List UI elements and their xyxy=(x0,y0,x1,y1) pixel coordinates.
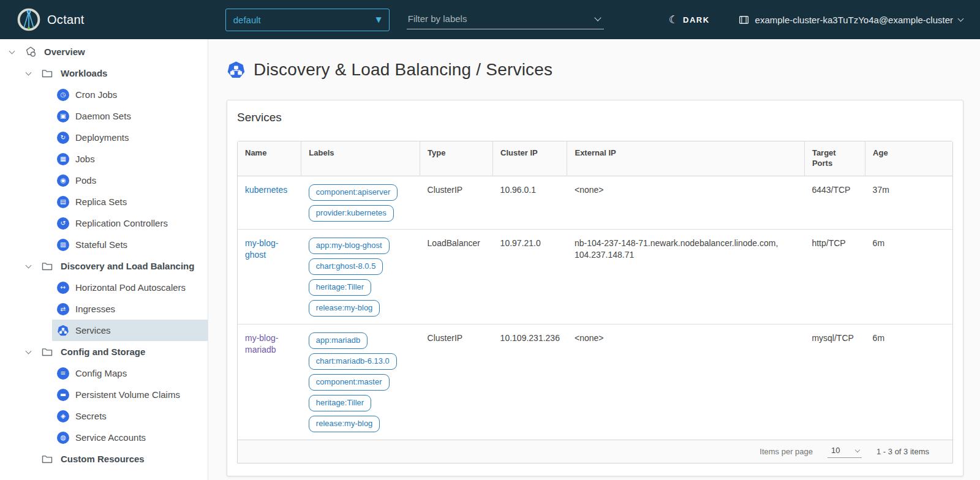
cluster-ip-cell: 10.96.0.1 xyxy=(493,176,567,229)
label-pill[interactable]: component:master xyxy=(309,374,390,391)
chevron-down-icon[interactable] xyxy=(23,265,34,268)
deployments-icon: ↻ xyxy=(57,132,69,144)
pods-icon: ◉ xyxy=(57,174,69,187)
service-link[interactable]: kubernetes xyxy=(245,185,287,195)
cluster-icon xyxy=(738,14,750,26)
sidebar-navigation: Overview Workloads ◷ Cron Jobs ▣ Daemon … xyxy=(0,39,208,480)
pagination-range-label: 1 - 3 of 3 items xyxy=(876,447,929,456)
service-link[interactable]: my-blog-mariadb xyxy=(245,333,278,354)
cluster-context-label: example-cluster-ka3TuTzYo4a@example-clus… xyxy=(755,15,953,25)
service-heptagon-icon xyxy=(227,61,246,80)
sidebar-item-stateful-sets[interactable]: ▥ Stateful Sets xyxy=(52,234,208,255)
sidebar-item-services[interactable]: Services xyxy=(52,320,208,341)
sidebar-item-workloads[interactable]: Workloads xyxy=(0,62,208,84)
sidebar-item-label: Deployments xyxy=(75,132,129,143)
service-link[interactable]: my-blog-ghost xyxy=(245,238,278,260)
sidebar-item-label: Daemon Sets xyxy=(75,111,131,121)
sidebar-item-label: Workloads xyxy=(61,68,107,78)
namespace-select[interactable]: default ▼ xyxy=(225,9,390,31)
card-title: Services xyxy=(237,111,953,124)
chevron-down-icon xyxy=(958,16,964,22)
sidebar-item-config-maps[interactable]: ≡ Config Maps xyxy=(52,362,208,384)
label-pill[interactable]: provider:kubernetes xyxy=(309,205,394,222)
age-cell: 6m xyxy=(865,229,952,324)
sidebar-item-config-and-storage[interactable]: Config and Storage xyxy=(0,341,208,362)
brand-name: Octant xyxy=(47,13,85,27)
column-header-age[interactable]: Age xyxy=(865,141,952,176)
sidebar-item-label: Services xyxy=(75,325,111,336)
chevron-down-icon xyxy=(855,447,860,452)
sidebar-item-label: Horizontal Pod Autoscalers xyxy=(75,282,186,293)
sidebar-item-secrets[interactable]: ◈ Secrets xyxy=(52,405,208,427)
sidebar-item-label: Stateful Sets xyxy=(75,239,127,250)
sidebar-item-label: Jobs xyxy=(75,154,95,164)
replica-sets-icon: ▤ xyxy=(57,196,69,208)
column-header-target-ports[interactable]: Target Ports xyxy=(804,141,865,176)
sidebar-item-overview[interactable]: Overview xyxy=(0,41,208,62)
folder-icon xyxy=(41,346,53,358)
sidebar-item-custom-resources[interactable]: Custom Resources xyxy=(0,448,208,470)
column-header-cluster-ip[interactable]: Cluster IP xyxy=(493,141,567,176)
theme-toggle-label: DARK xyxy=(683,15,710,24)
sidebar-item-ingresses[interactable]: ⇄ Ingresses xyxy=(52,298,208,320)
sidebar-item-persistent-volume-claims[interactable]: ▬ Persistent Volume Claims xyxy=(52,384,208,405)
sidebar-item-label: Overview xyxy=(44,47,85,57)
sidebar-item-horizontal-pod-autoscalers[interactable]: ↔ Horizontal Pod Autoscalers xyxy=(52,277,208,298)
config-maps-icon: ≡ xyxy=(57,367,69,380)
brand[interactable]: Octant xyxy=(17,8,85,31)
folder-icon xyxy=(41,67,53,80)
theme-toggle-button[interactable]: ☾ DARK xyxy=(669,15,710,25)
sidebar-item-label: Config Maps xyxy=(75,368,127,378)
sidebar-item-replica-sets[interactable]: ▤ Replica Sets xyxy=(52,191,208,212)
sidebar-item-label: Secrets xyxy=(75,411,107,421)
column-header-labels[interactable]: Labels xyxy=(301,141,420,176)
sidebar-item-label: Cron Jobs xyxy=(75,89,117,100)
items-per-page-select[interactable]: 10 xyxy=(827,444,862,458)
app-header: Octant default ▼ ☾ DARK example-cluster-… xyxy=(0,0,980,39)
target-ports-cell: 6443/TCP xyxy=(804,176,865,229)
label-pill[interactable]: heritage:Tiller xyxy=(309,279,371,296)
sidebar-item-discovery-and-load-balancing[interactable]: Discovery and Load Balancing xyxy=(0,255,208,277)
replication-controllers-icon: ↺ xyxy=(57,217,69,230)
page-title: Discovery & Load Balancing / Services xyxy=(254,60,552,80)
label-pill[interactable]: release:my-blog xyxy=(309,416,380,432)
sidebar-item-replication-controllers[interactable]: ↺ Replication Controllers xyxy=(52,212,208,234)
cluster-ip-cell: 10.97.21.0 xyxy=(493,229,567,324)
folder-icon xyxy=(41,260,53,272)
label-pill[interactable]: component:apiserver xyxy=(309,184,398,201)
label-pill[interactable]: app:my-blog-ghost xyxy=(309,238,390,254)
chevron-down-icon[interactable] xyxy=(6,51,17,53)
column-header-external-ip[interactable]: External IP xyxy=(567,141,804,176)
column-header-name[interactable]: Name xyxy=(238,141,301,176)
age-cell: 6m xyxy=(865,324,952,440)
sidebar-item-jobs[interactable]: ▦ Jobs xyxy=(52,148,208,170)
sidebar-item-service-accounts[interactable]: ◍ Service Accounts xyxy=(52,427,208,448)
chevron-down-icon[interactable] xyxy=(23,351,34,353)
sidebar-item-label: Service Accounts xyxy=(75,432,146,443)
sidebar-item-deployments[interactable]: ↻ Deployments xyxy=(52,127,208,148)
label-pill[interactable]: app:mariadb xyxy=(309,332,368,349)
horizontal-pod-autoscalers-icon: ↔ xyxy=(57,282,69,294)
jobs-icon: ▦ xyxy=(57,153,69,165)
service-accounts-icon: ◍ xyxy=(57,432,69,444)
label-filter-input[interactable] xyxy=(407,10,604,29)
items-per-page-value: 10 xyxy=(831,446,840,455)
chevron-down-icon[interactable] xyxy=(23,72,34,75)
label-pill[interactable]: release:my-blog xyxy=(309,300,380,317)
label-pill[interactable]: heritage:Tiller xyxy=(309,395,371,411)
sidebar-item-label: Config and Storage xyxy=(61,347,145,357)
sidebar-item-cron-jobs[interactable]: ◷ Cron Jobs xyxy=(52,84,208,105)
table-header-row: Name Labels Type Cluster IP External IP … xyxy=(238,141,952,176)
table-pagination: Items per page 10 1 - 3 of 3 items xyxy=(238,440,952,463)
main-content: Discovery & Load Balancing / Services Se… xyxy=(208,39,980,480)
label-pill[interactable]: chart:ghost-8.0.5 xyxy=(309,258,383,275)
sidebar-item-pods[interactable]: ◉ Pods xyxy=(52,170,208,191)
moon-icon: ☾ xyxy=(669,15,678,25)
ingresses-icon: ⇄ xyxy=(57,303,69,315)
cluster-context-menu[interactable]: example-cluster-ka3TuTzYo4a@example-clus… xyxy=(738,14,963,26)
persistent-volume-claims-icon: ▬ xyxy=(57,389,69,401)
sidebar-item-label: Ingresses xyxy=(75,304,115,314)
label-pill[interactable]: chart:mariadb-6.13.0 xyxy=(309,353,397,370)
column-header-type[interactable]: Type xyxy=(420,141,493,176)
sidebar-item-daemon-sets[interactable]: ▣ Daemon Sets xyxy=(52,105,208,127)
